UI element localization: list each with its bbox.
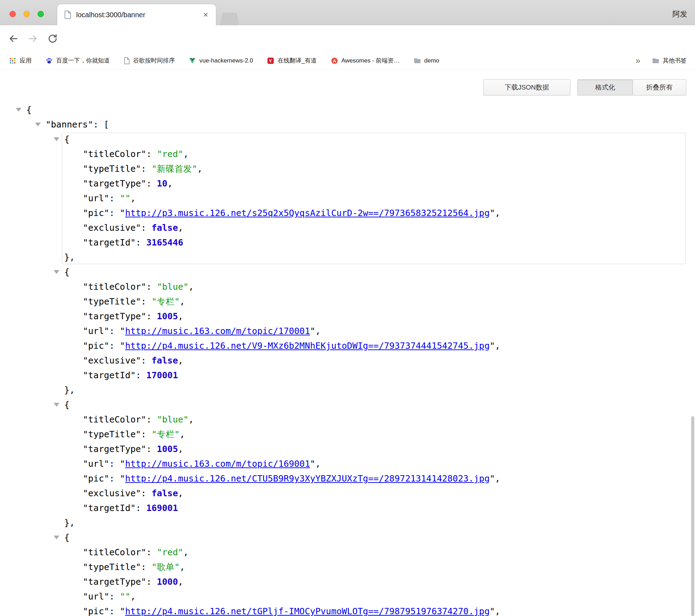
json-line: "targetType": 1000,: [0, 575, 695, 589]
json-line: "titleColor": "blue",: [0, 412, 695, 427]
bookmark-label: Awesomes - 前端资…: [342, 57, 400, 65]
json-line: "exclusive": false,: [0, 353, 695, 368]
json-line: "titleColor": "blue",: [0, 280, 695, 294]
json-line: {: [0, 103, 695, 117]
json-line: {: [0, 530, 695, 545]
bookmark-vue-hackernews[interactable]: vue-hackernews-2.0: [189, 57, 253, 64]
json-line: "typeTitle": "专栏",: [0, 294, 695, 309]
profile-name[interactable]: 阿发: [673, 9, 687, 19]
json-line: "typeTitle": "歌单",: [0, 560, 695, 575]
forward-button[interactable]: [25, 31, 41, 46]
navigation-toolbar: localhost:3000/banner en FE T: [0, 25, 695, 52]
json-url-link[interactable]: http://p4.music.126.net/V9-MXz6b2MNhEKju…: [125, 341, 490, 351]
json-object-block: {"titleColor": "red","typeTitle": "新碟首发"…: [0, 132, 695, 265]
browser-tab[interactable]: localhost:3000/banner ×: [57, 4, 216, 25]
youdao-logo-icon: Y: [267, 57, 274, 64]
json-line: "banners": [: [0, 117, 695, 132]
json-line: "exclusive": false,: [0, 486, 695, 501]
bookmark-awesomes[interactable]: A Awesomes - 前端资…: [331, 57, 400, 65]
vue-logo-icon: [189, 58, 196, 64]
json-actions: 下载JSON数据格式化折叠所有: [483, 79, 686, 96]
json-line: },: [0, 516, 695, 530]
download-json-button[interactable]: 下载JSON数据: [483, 79, 570, 96]
json-line: },: [0, 250, 695, 265]
bookmark-label: 百度一下，你就知道: [56, 57, 110, 65]
maximize-window-button[interactable]: [38, 11, 44, 17]
other-bookmarks[interactable]: 其他书签: [652, 57, 687, 65]
json-url-link[interactable]: http://p4.music.126.net/tGPljf-IMOCyPvum…: [125, 606, 490, 616]
json-url-link[interactable]: http://p4.music.126.net/CTU5B9R9y3XyYBZX…: [125, 473, 490, 484]
bookmark-youdao[interactable]: Y 在线翻译_有道: [267, 57, 317, 65]
json-line: "titleColor": "red",: [0, 545, 695, 560]
apps-grid-icon: [9, 57, 16, 64]
json-object-block: {"titleColor": "red","typeTitle": "歌单","…: [0, 530, 695, 616]
json-url-link[interactable]: http://music.163.com/m/topic/170001: [125, 326, 310, 336]
close-window-button[interactable]: [9, 11, 16, 17]
reload-button[interactable]: [45, 31, 60, 46]
json-line: "targetType": 10,: [0, 176, 695, 191]
bookmark-label: 谷歌按时间排序: [133, 57, 175, 65]
json-line: {: [0, 132, 695, 147]
json-line: {: [0, 398, 695, 412]
json-line: "typeTitle": "新碟首发",: [0, 162, 695, 176]
page-content: 下载JSON数据格式化折叠所有 {"banners": [{"titleColo…: [0, 70, 695, 616]
collapse-arrow-icon[interactable]: [16, 108, 21, 112]
json-line: "exclusive": false,: [0, 221, 695, 235]
minimize-window-button[interactable]: [24, 11, 30, 17]
bookmark-google-sort[interactable]: 谷歌按时间排序: [124, 57, 175, 65]
bookmark-label: 在线翻译_有道: [278, 57, 317, 65]
collapse-arrow-icon[interactable]: [54, 403, 59, 407]
bookmark-demo-folder[interactable]: demo: [414, 57, 439, 64]
json-line: "pic": "http://p4.music.126.net/CTU5B9R9…: [0, 471, 695, 486]
json-object-block: {"titleColor": "blue","typeTitle": "专栏",…: [0, 398, 695, 530]
json-object-block: {"titleColor": "blue","typeTitle": "专栏",…: [0, 265, 695, 398]
json-line: "url": "http://music.163.com/m/topic/169…: [0, 457, 695, 471]
bookmark-label: 应用: [20, 57, 32, 65]
folder-icon: [652, 58, 659, 64]
json-line: },: [0, 383, 695, 398]
bookmark-label: demo: [424, 57, 439, 64]
json-line: {: [0, 265, 695, 280]
json-line: "typeTitle": "专栏",: [0, 427, 695, 442]
collapse-arrow-icon[interactable]: [54, 137, 59, 141]
other-bookmarks-label: 其他书签: [663, 57, 687, 65]
json-line: "targetId": 170001: [0, 368, 695, 383]
collapse-arrow-icon[interactable]: [54, 536, 59, 539]
collapse-arrow-icon[interactable]: [54, 270, 59, 274]
folder-icon: [414, 58, 421, 64]
tab-close-icon[interactable]: ×: [201, 10, 210, 20]
json-line: "targetId": 169001: [0, 501, 695, 516]
json-url-link[interactable]: http://p3.music.126.net/s25q2x5QyqsAzilC…: [125, 208, 490, 218]
bookmark-baidu[interactable]: 百度一下，你就知道: [46, 57, 110, 65]
bookmarks-overflow-chevron[interactable]: »: [636, 56, 640, 66]
scrollbar[interactable]: [691, 416, 694, 616]
json-line: "pic": "http://p4.music.126.net/V9-MXz6b…: [0, 339, 695, 353]
json-line: "targetId": 3165446: [0, 235, 695, 250]
json-line: "pic": "http://p4.music.126.net/tGPljf-I…: [0, 604, 695, 616]
json-line: "url": "http://music.163.com/m/topic/170…: [0, 324, 695, 339]
awesomes-logo-icon: A: [331, 57, 338, 64]
json-line: "titleColor": "red",: [0, 147, 695, 162]
json-line: "url": "",: [0, 191, 695, 206]
svg-text:Y: Y: [269, 59, 272, 64]
bookmarks-bar: 应用 百度一下，你就知道 谷歌按时间排序 vue-hackernews-2.0 …: [0, 52, 695, 70]
json-line: "url": "",: [0, 589, 695, 604]
json-url-link[interactable]: http://music.163.com/m/topic/169001: [125, 459, 310, 469]
json-tree: {"banners": [{"titleColor": "red","typeT…: [0, 70, 695, 616]
title-bar: localhost:3000/banner × 阿发: [0, 0, 695, 25]
tab-title: localhost:3000/banner: [76, 11, 201, 19]
json-line: "pic": "http://p3.music.126.net/s25q2x5Q…: [0, 206, 695, 221]
format-button[interactable]: 格式化: [577, 79, 633, 96]
bookmark-apps[interactable]: 应用: [9, 57, 32, 65]
collapse-arrow-icon[interactable]: [35, 123, 41, 126]
new-tab-button[interactable]: [220, 13, 239, 25]
json-line: "targetType": 1005,: [0, 309, 695, 324]
back-button[interactable]: [6, 31, 21, 46]
page-icon: [124, 57, 130, 64]
collapse-all-button[interactable]: 折叠所有: [633, 79, 686, 96]
page-favicon-icon: [64, 11, 71, 19]
baidu-paw-icon: [46, 57, 53, 64]
json-line: "targetType": 1005,: [0, 442, 695, 457]
bookmark-label: vue-hackernews-2.0: [199, 57, 253, 64]
svg-text:A: A: [333, 58, 336, 63]
